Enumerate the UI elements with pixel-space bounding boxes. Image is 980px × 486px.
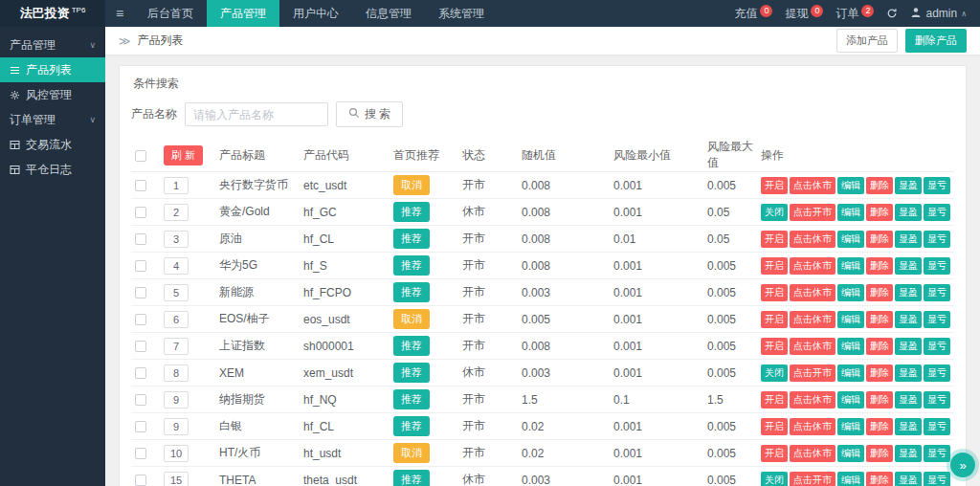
recommend-button[interactable]: 推荐 xyxy=(393,470,430,486)
edit-button[interactable]: 编辑 xyxy=(837,177,864,194)
recommend-button[interactable]: 推荐 xyxy=(393,363,430,383)
delete-button[interactable]: 删除 xyxy=(866,391,893,409)
sidebar-item-product-list[interactable]: 产品列表 xyxy=(0,57,105,82)
delete-product-button[interactable]: 删除产品 xyxy=(905,29,967,53)
market-toggle-button[interactable]: 点击开市 xyxy=(790,204,835,221)
row-checkbox[interactable] xyxy=(135,180,146,191)
refresh-button[interactable]: 刷 新 xyxy=(164,145,203,166)
refresh-icon[interactable] xyxy=(886,8,898,19)
show-loss-button[interactable]: 显亏 xyxy=(924,445,950,462)
market-toggle-button[interactable]: 点击休市 xyxy=(790,231,835,248)
edit-button[interactable]: 编辑 xyxy=(837,257,864,275)
order-stat[interactable]: 订单 2 xyxy=(835,6,874,22)
market-toggle-button[interactable]: 点击开市 xyxy=(790,364,835,382)
toggle-status-button[interactable]: 关闭 xyxy=(761,364,788,382)
toggle-status-button[interactable]: 开启 xyxy=(761,177,788,194)
user-menu[interactable]: admin ∧ xyxy=(910,7,967,21)
delete-button[interactable]: 删除 xyxy=(866,284,893,301)
search-button[interactable]: 搜 索 xyxy=(336,101,403,127)
row-checkbox[interactable] xyxy=(135,421,146,432)
edit-button[interactable]: 编辑 xyxy=(837,311,864,328)
toggle-status-button[interactable]: 开启 xyxy=(761,311,788,328)
add-product-button[interactable]: 添加产品 xyxy=(836,29,898,53)
recommend-button[interactable]: 推荐 xyxy=(393,416,430,436)
toggle-status-button[interactable]: 关闭 xyxy=(761,472,788,486)
edit-button[interactable]: 编辑 xyxy=(837,338,864,355)
nav-item-products[interactable]: 产品管理 xyxy=(207,0,279,27)
show-win-button[interactable]: 显盈 xyxy=(895,418,922,435)
nav-item-dashboard[interactable]: 后台首页 xyxy=(134,0,207,27)
show-loss-button[interactable]: 显亏 xyxy=(924,257,950,275)
delete-button[interactable]: 删除 xyxy=(866,472,893,486)
withdraw-stat[interactable]: 提现 0 xyxy=(785,6,823,22)
select-all-checkbox[interactable] xyxy=(135,150,146,162)
toggle-status-button[interactable]: 开启 xyxy=(761,338,788,355)
show-loss-button[interactable]: 显亏 xyxy=(924,472,950,486)
edit-button[interactable]: 编辑 xyxy=(837,204,864,221)
toggle-status-button[interactable]: 关闭 xyxy=(761,204,788,221)
delete-button[interactable]: 删除 xyxy=(866,311,893,328)
show-loss-button[interactable]: 显亏 xyxy=(924,204,950,221)
delete-button[interactable]: 删除 xyxy=(866,257,893,275)
recommend-button[interactable]: 推荐 xyxy=(393,202,430,222)
market-toggle-button[interactable]: 点击休市 xyxy=(790,418,835,435)
show-win-button[interactable]: 显盈 xyxy=(895,311,922,328)
show-loss-button[interactable]: 显亏 xyxy=(924,311,950,328)
row-checkbox[interactable] xyxy=(135,367,146,379)
market-toggle-button[interactable]: 点击休市 xyxy=(790,338,835,355)
delete-button[interactable]: 删除 xyxy=(866,418,893,435)
market-toggle-button[interactable]: 点击休市 xyxy=(790,177,835,194)
sidebar-group-orders[interactable]: 订单管理 ∨ xyxy=(0,107,105,132)
show-win-button[interactable]: 显盈 xyxy=(895,284,922,301)
market-toggle-button[interactable]: 点击休市 xyxy=(790,311,835,328)
row-checkbox[interactable] xyxy=(135,341,146,352)
nav-item-users[interactable]: 用户中心 xyxy=(279,0,352,27)
show-loss-button[interactable]: 显亏 xyxy=(924,231,950,248)
show-win-button[interactable]: 显盈 xyxy=(895,391,922,409)
row-checkbox[interactable] xyxy=(135,448,146,459)
product-name-input[interactable] xyxy=(185,102,328,126)
delete-button[interactable]: 删除 xyxy=(866,231,893,248)
recommend-button[interactable]: 推荐 xyxy=(393,229,430,249)
market-toggle-button[interactable]: 点击开市 xyxy=(790,472,835,486)
show-loss-button[interactable]: 显亏 xyxy=(924,284,950,301)
edit-button[interactable]: 编辑 xyxy=(837,364,864,382)
market-toggle-button[interactable]: 点击休市 xyxy=(790,445,835,462)
edit-button[interactable]: 编辑 xyxy=(837,391,864,409)
recommend-button[interactable]: 取消 xyxy=(393,309,430,329)
show-loss-button[interactable]: 显亏 xyxy=(924,364,950,382)
toggle-status-button[interactable]: 开启 xyxy=(761,445,788,462)
toggle-status-button[interactable]: 开启 xyxy=(761,391,788,409)
show-win-button[interactable]: 显盈 xyxy=(895,231,922,248)
delete-button[interactable]: 删除 xyxy=(866,445,893,462)
toggle-status-button[interactable]: 开启 xyxy=(761,231,788,248)
row-checkbox[interactable] xyxy=(135,233,146,245)
market-toggle-button[interactable]: 点击休市 xyxy=(790,391,835,409)
quick-nav-fab[interactable]: » xyxy=(950,453,975,477)
show-loss-button[interactable]: 显亏 xyxy=(924,338,950,355)
row-checkbox[interactable] xyxy=(135,314,146,325)
sidebar-item-trade-flow[interactable]: 交易流水 xyxy=(0,132,105,157)
show-loss-button[interactable]: 显亏 xyxy=(924,177,950,194)
nav-item-info[interactable]: 信息管理 xyxy=(352,0,425,27)
edit-button[interactable]: 编辑 xyxy=(837,472,864,486)
edit-button[interactable]: 编辑 xyxy=(837,445,864,462)
recommend-button[interactable]: 推荐 xyxy=(393,336,430,356)
show-win-button[interactable]: 显盈 xyxy=(895,445,922,462)
show-loss-button[interactable]: 显亏 xyxy=(924,391,950,409)
recommend-button[interactable]: 取消 xyxy=(393,175,430,195)
show-win-button[interactable]: 显盈 xyxy=(895,472,922,486)
market-toggle-button[interactable]: 点击休市 xyxy=(790,284,835,301)
delete-button[interactable]: 删除 xyxy=(866,204,893,221)
sidebar-group-product[interactable]: 产品管理 ∨ xyxy=(0,33,105,57)
recharge-stat[interactable]: 充值 0 xyxy=(734,6,772,22)
edit-button[interactable]: 编辑 xyxy=(837,231,864,248)
row-checkbox[interactable] xyxy=(135,260,146,272)
toggle-status-button[interactable]: 开启 xyxy=(761,418,788,435)
show-loss-button[interactable]: 显亏 xyxy=(924,418,950,435)
recommend-button[interactable]: 推荐 xyxy=(393,255,430,276)
recommend-button[interactable]: 推荐 xyxy=(393,282,430,302)
toggle-status-button[interactable]: 开启 xyxy=(761,284,788,301)
sidebar-item-risk[interactable]: 风控管理 xyxy=(0,82,105,107)
show-win-button[interactable]: 显盈 xyxy=(895,338,922,355)
